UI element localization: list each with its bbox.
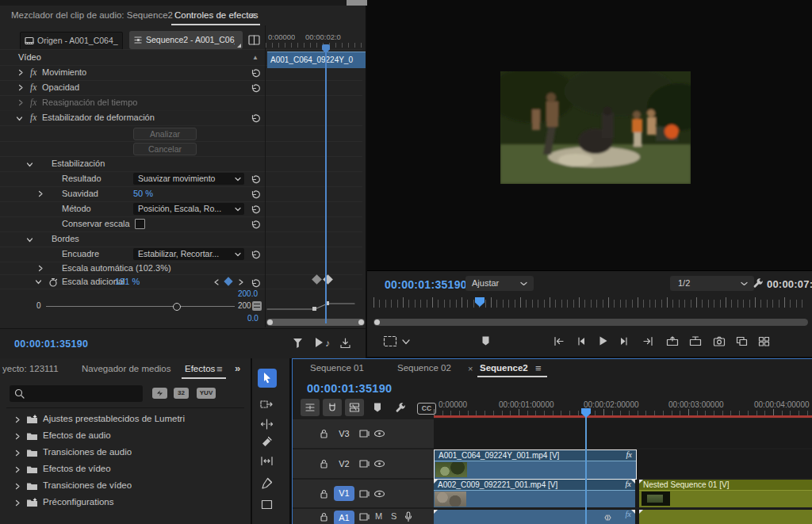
chevron-down-icon[interactable] bbox=[35, 279, 42, 285]
eye-icon[interactable] bbox=[373, 460, 385, 468]
tab-sequence-01[interactable]: Sequence 01 bbox=[310, 363, 364, 373]
slider-knob[interactable] bbox=[173, 303, 181, 311]
bit-depth-badge[interactable]: 32 bbox=[174, 388, 189, 399]
resultado-dropdown[interactable]: Suavizar movimiento bbox=[133, 173, 244, 185]
track-v2-lane[interactable]: A001_C064_09224Y_001.mp4 [V] fx bbox=[434, 449, 812, 478]
scrollbar-left-handle[interactable] bbox=[374, 319, 380, 325]
reset-icon[interactable] bbox=[251, 84, 261, 93]
chevron-right-icon[interactable] bbox=[17, 99, 24, 106]
close-tab-icon[interactable]: × bbox=[468, 364, 473, 373]
ec-timecode[interactable]: 00:00:01:35190 bbox=[14, 338, 88, 350]
panel-menu-icon[interactable]: ≡ bbox=[250, 10, 256, 21]
go-to-in-icon[interactable] bbox=[553, 336, 565, 346]
tab-media-browser[interactable]: Navegador de medios bbox=[82, 364, 171, 373]
sync-lock-icon[interactable] bbox=[359, 430, 370, 438]
lift-icon[interactable] bbox=[666, 336, 679, 346]
ec-playhead-line[interactable] bbox=[325, 44, 327, 323]
effects-search-input[interactable] bbox=[10, 385, 143, 402]
play-icon[interactable] bbox=[598, 335, 608, 346]
reset-icon[interactable] bbox=[251, 175, 261, 184]
timeline-playhead-line[interactable] bbox=[585, 410, 587, 524]
clip-a1-nested-audio[interactable] bbox=[639, 510, 812, 524]
pen-tool[interactable] bbox=[261, 477, 273, 489]
track-target-a1[interactable]: A1 bbox=[334, 511, 354, 524]
chevron-down-icon[interactable] bbox=[402, 339, 410, 345]
track-v3-lane[interactable] bbox=[434, 419, 812, 448]
clip-v2-selected[interactable]: A001_C064_09224Y_001.mp4 [V] fx bbox=[434, 449, 637, 480]
export-icon[interactable] bbox=[339, 337, 351, 349]
chevron-right-icon[interactable] bbox=[17, 84, 24, 91]
chevron-right-icon[interactable] bbox=[14, 483, 21, 490]
chevron-right-icon[interactable] bbox=[14, 449, 21, 457]
chevron-right-icon[interactable] bbox=[14, 499, 21, 507]
fit-dropdown[interactable]: Ajustar bbox=[465, 276, 534, 291]
reset-icon[interactable] bbox=[251, 190, 261, 199]
track-target-v2[interactable]: V2 bbox=[334, 457, 354, 472]
comparison-view-icon[interactable] bbox=[736, 336, 748, 346]
prev-keyframe-icon[interactable] bbox=[213, 279, 220, 285]
bin-audio-transitions[interactable]: Transiciones de audio bbox=[6, 445, 244, 461]
effect-label-reasignacion[interactable]: Reasignación del tiempo bbox=[42, 95, 137, 110]
slip-tool[interactable] bbox=[260, 456, 274, 466]
ec-mini-scrollbar[interactable] bbox=[266, 319, 365, 326]
panel-menu-icon[interactable]: ≡ bbox=[535, 362, 542, 374]
effect-label-estabilizador[interactable]: Estabilizador de deformación bbox=[42, 110, 155, 125]
stopwatch-icon[interactable] bbox=[48, 277, 58, 287]
timeline-ruler[interactable]: 0:00000 00:00:01:00000 00:00:02:00000 00… bbox=[434, 399, 812, 419]
sequence-clip-button[interactable]: Sequence2 - A001_C06_ bbox=[129, 31, 243, 49]
clip-a1-audio[interactable]: fx bbox=[434, 510, 635, 524]
mic-icon[interactable] bbox=[404, 511, 413, 522]
group-label-bordes[interactable]: Bordes bbox=[52, 231, 79, 247]
ripple-edit-tool[interactable] bbox=[260, 419, 274, 430]
reset-icon[interactable] bbox=[251, 114, 261, 123]
bin-preconfigurations[interactable]: Préconfigurations bbox=[6, 495, 244, 511]
reset-icon[interactable] bbox=[251, 69, 261, 78]
track-select-forward-tool[interactable] bbox=[260, 399, 274, 410]
toggle-value-graph-icon[interactable] bbox=[252, 301, 262, 311]
chevron-right-icon[interactable] bbox=[14, 416, 21, 423]
conservar-checkbox[interactable] bbox=[135, 219, 145, 229]
track-target-v3[interactable]: V3 bbox=[334, 426, 354, 442]
solo-button[interactable]: S bbox=[391, 511, 396, 521]
tab-project[interactable]: yecto: 123111 bbox=[2, 364, 59, 373]
ec-mini-clip[interactable]: A001_C064_09224Y_0 bbox=[267, 52, 366, 68]
tab-effect-controls[interactable]: Controles de efectos bbox=[174, 10, 258, 20]
yuv-badge[interactable]: YUV bbox=[197, 388, 216, 399]
split-view-icon[interactable] bbox=[248, 35, 260, 45]
chevron-right-icon[interactable] bbox=[14, 466, 21, 473]
source-clip-button[interactable]: Origen - A001_C064_ bbox=[20, 32, 123, 50]
add-marker-icon[interactable] bbox=[481, 335, 491, 346]
tab-audio-clip-mixer[interactable]: Mezclador del clip de audio: Sequence2 bbox=[11, 10, 173, 20]
go-to-out-icon[interactable] bbox=[642, 336, 654, 346]
group-label-estabilizacion[interactable]: Estabilización bbox=[52, 156, 105, 171]
reset-icon[interactable] bbox=[251, 251, 261, 259]
lock-icon[interactable] bbox=[320, 512, 328, 522]
track-a1-lane[interactable]: fx bbox=[434, 509, 812, 524]
chevron-right-icon[interactable] bbox=[14, 433, 21, 440]
program-timecode[interactable]: 00:00:01:35190 bbox=[385, 278, 467, 291]
razor-tool[interactable] bbox=[261, 436, 273, 448]
chevron-down-icon[interactable] bbox=[26, 237, 33, 243]
step-back-icon[interactable] bbox=[576, 336, 586, 346]
bin-video-transitions[interactable]: Transiciones de vídeo bbox=[6, 478, 244, 495]
tab-effects[interactable]: Efectos bbox=[185, 364, 215, 373]
lock-icon[interactable] bbox=[320, 488, 328, 499]
timeline-settings-wrench-icon[interactable] bbox=[395, 402, 407, 414]
bin-lumetri-presets[interactable]: Ajustes preestablecidos de Lumetri bbox=[6, 411, 244, 428]
linked-selection-toggle[interactable] bbox=[345, 399, 364, 416]
reset-icon[interactable] bbox=[251, 279, 261, 288]
program-video-frame[interactable] bbox=[500, 71, 691, 184]
add-marker-icon[interactable] bbox=[373, 402, 382, 413]
clip-nested-sequence[interactable]: Nested Sequence 01 [V] bbox=[639, 480, 812, 507]
sync-lock-icon[interactable] bbox=[359, 513, 370, 522]
multicam-icon[interactable] bbox=[758, 336, 770, 346]
accelerated-effects-badge[interactable] bbox=[152, 388, 167, 399]
keyframe-diamond[interactable] bbox=[312, 274, 322, 285]
reset-icon[interactable] bbox=[251, 205, 261, 214]
tab-sequence-02[interactable]: Sequence 02 bbox=[397, 363, 451, 373]
bin-video-effects[interactable]: Efectos de vídeo bbox=[6, 461, 244, 478]
reset-icon[interactable] bbox=[251, 220, 261, 229]
snap-toggle[interactable] bbox=[323, 399, 342, 416]
sync-lock-icon[interactable] bbox=[359, 460, 370, 469]
extract-icon[interactable] bbox=[689, 336, 702, 346]
